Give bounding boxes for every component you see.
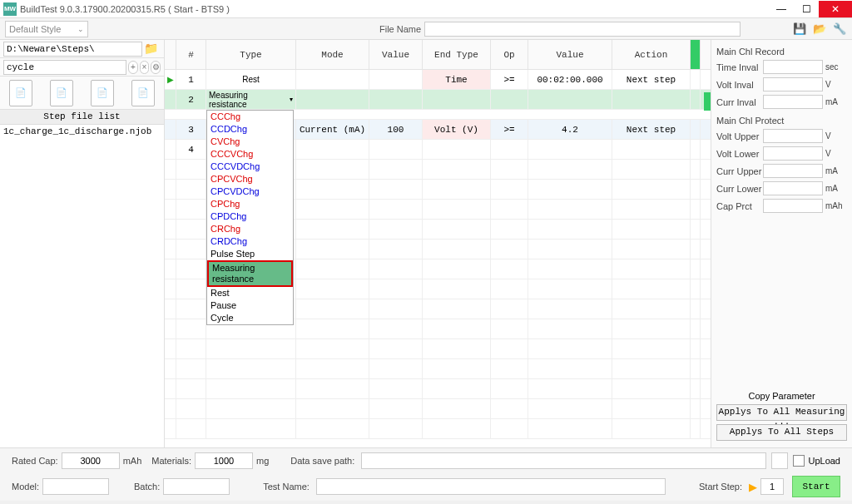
type-option[interactable]: Cycle [207, 312, 293, 324]
curr-inval-input[interactable] [763, 95, 823, 109]
action-cell[interactable]: Next step [612, 70, 691, 89]
end-cell[interactable] [423, 140, 491, 159]
end-cell[interactable]: Volt (V) [423, 120, 491, 139]
type-option[interactable]: CVChg [207, 136, 293, 148]
style-dropdown[interactable]: Default Style ⌄ [5, 21, 88, 37]
value2-cell[interactable]: 00:02:00.000 [528, 70, 612, 89]
maximize-button[interactable]: ☐ [794, 1, 819, 17]
type-option[interactable]: CRChg [207, 223, 293, 235]
step-file-list-header: Step file list [0, 110, 164, 125]
save-icon[interactable]: 💾 [792, 22, 807, 37]
start-step-input[interactable] [760, 478, 784, 495]
curr-lower-input[interactable] [763, 181, 823, 195]
doc-new-icon[interactable]: 📄 [9, 80, 32, 106]
type-option[interactable]: Pulse Step [207, 248, 293, 260]
mode-cell[interactable] [296, 140, 369, 159]
list-item[interactable]: 1c_charge_1c_discharge.njob [0, 125, 164, 138]
remove-button[interactable]: × [140, 61, 150, 74]
test-name-input[interactable] [316, 478, 666, 495]
type-option[interactable]: CCCVChg [207, 148, 293, 161]
grid-body: ▶1RestTime>=00:02:00.000Next step2Measur… [165, 70, 711, 447]
type-option[interactable]: CRDChg [207, 235, 293, 248]
table-row[interactable]: ▶1RestTime>=00:02:00.000Next step [165, 70, 711, 90]
mode-cell[interactable] [296, 90, 369, 109]
play-icon: ▶ [167, 75, 174, 84]
type-option[interactable]: CPDChg [207, 210, 293, 223]
doc-open-icon[interactable]: 📄 [50, 80, 73, 106]
type-option[interactable]: CCCVDChg [207, 161, 293, 173]
value1-cell[interactable] [369, 90, 423, 109]
materials-label: Materials: [151, 456, 191, 466]
upload-checkbox[interactable] [793, 455, 805, 467]
green-tab[interactable] [704, 92, 711, 111]
action-cell[interactable] [612, 90, 691, 109]
type-option[interactable]: CCDChg [207, 123, 293, 136]
volt-upper-input[interactable] [763, 129, 823, 143]
doc-edit-icon[interactable]: 📄 [131, 80, 155, 106]
end-cell[interactable] [423, 90, 491, 109]
filename-input[interactable] [424, 22, 741, 37]
action-cell[interactable] [612, 140, 691, 159]
volt-inval-input[interactable] [763, 77, 823, 91]
unit-mah: mAh [123, 456, 142, 466]
unit-ma: mA [825, 97, 847, 106]
value2-cell[interactable] [528, 140, 612, 159]
end-cell[interactable]: Time [423, 70, 491, 89]
model-input[interactable] [42, 478, 109, 495]
header-value1: Value [369, 40, 423, 69]
titlebar: MW BuildTest 9.0.3.17900.20200315.R5 ( S… [0, 0, 852, 18]
apply-all-measuring-button[interactable]: Applys To All Measuring ... [716, 404, 847, 421]
play-cell [165, 90, 176, 109]
type-option[interactable]: Measuring resistance [207, 260, 293, 287]
type-cell[interactable]: Measuring resistance ▾ [206, 90, 296, 109]
value2-cell[interactable] [528, 90, 612, 109]
settings-icon[interactable]: 🔧 [832, 22, 847, 37]
cap-prct-input[interactable] [763, 199, 823, 213]
curr-upper-input[interactable] [763, 164, 823, 178]
open-icon[interactable]: 📂 [812, 22, 827, 37]
action-cell[interactable]: Next step [612, 120, 691, 139]
data-save-label: Data save path: [290, 456, 354, 466]
browse-button[interactable] [771, 452, 788, 469]
type-option[interactable]: CPChg [207, 198, 293, 210]
type-option[interactable]: CCChg [207, 111, 293, 123]
type-dropdown[interactable]: CCChgCCDChgCVChgCCCVChgCCCVDChgCPCVChgCP… [206, 110, 294, 325]
batch-input[interactable] [163, 478, 230, 495]
rated-cap-input[interactable] [62, 452, 120, 469]
value1-cell[interactable] [369, 70, 423, 89]
add-button[interactable]: + [128, 61, 138, 74]
op-cell[interactable]: >= [491, 70, 528, 89]
file-list: 1c_charge_1c_discharge.njob [0, 125, 164, 447]
start-button[interactable]: Start [792, 476, 840, 497]
path-input[interactable] [3, 42, 142, 57]
op-cell[interactable] [491, 90, 528, 109]
type-option[interactable]: Pause [207, 299, 293, 312]
play-icon[interactable]: ▶ [749, 481, 757, 493]
materials-input[interactable] [195, 452, 253, 469]
value1-cell[interactable] [369, 140, 423, 159]
type-option[interactable]: CPCVDChg [207, 185, 293, 198]
data-save-input[interactable] [361, 452, 766, 469]
type-option[interactable]: Rest [207, 287, 293, 299]
mode-cell[interactable] [296, 70, 369, 89]
bottom-bar-1: Rated Cap: mAh Materials: mg Data save p… [0, 447, 852, 472]
doc-save-icon[interactable]: 📄 [91, 80, 114, 106]
cycle-select[interactable] [3, 60, 126, 75]
table-row[interactable]: 2Measuring resistance ▾ [165, 90, 711, 110]
gear-icon[interactable]: ⚙ [151, 61, 161, 74]
value1-cell[interactable]: 100 [369, 120, 423, 139]
minimize-button[interactable]: — [769, 1, 794, 17]
close-button[interactable]: ✕ [819, 1, 852, 17]
type-option[interactable]: CPCVChg [207, 173, 293, 185]
value2-cell[interactable]: 4.2 [528, 120, 612, 139]
folder-icon[interactable]: 📁 [144, 42, 161, 57]
mode-cell[interactable]: Current (mA) [296, 120, 369, 139]
empty-row [165, 359, 711, 379]
time-inval-input[interactable] [763, 60, 823, 74]
op-cell[interactable] [491, 140, 528, 159]
left-panel: 📁 + × ⚙ 📄 📄 📄 📄 Step file list 1c_charge… [0, 40, 165, 447]
type-cell[interactable]: Rest [206, 70, 296, 89]
apply-all-steps-button[interactable]: Applys To All Steps [716, 424, 847, 441]
op-cell[interactable]: >= [491, 120, 528, 139]
volt-lower-input[interactable] [763, 146, 823, 161]
